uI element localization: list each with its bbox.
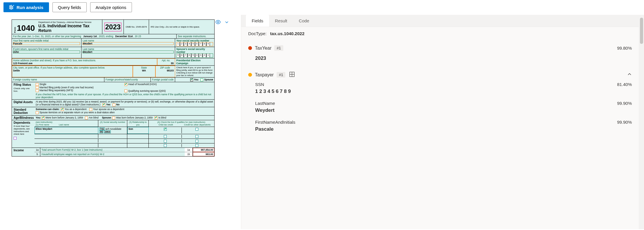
form-number: 1040 (17, 24, 35, 33)
filing-status-label: Filing Status (14, 83, 33, 86)
city-value: Settle (13, 69, 131, 72)
irs-use-note: IRS Use Only—Do not write or staple in t… (149, 20, 214, 34)
field-taxyear[interactable]: TaxYear #1 99.80% 2023 (241, 40, 639, 67)
subfield-firstname: FirstNameAndInitials99.90% Pascale (248, 118, 632, 137)
subfield-value: Weydert (255, 106, 632, 117)
svg-point-3 (217, 21, 219, 23)
income-1a-value: 987,654.00 (193, 148, 214, 152)
field-name: TaxYear (255, 46, 271, 51)
eye-icon[interactable] (215, 19, 221, 26)
chevron-down-icon[interactable] (224, 19, 229, 26)
doctype-row: DocType: tax.us.1040.2022 (241, 27, 639, 40)
main-area: Form1040 Department of the Treasury—Inte… (0, 15, 644, 229)
zip-value: 98103 (157, 69, 174, 72)
last-name-value: Weydert (83, 42, 174, 45)
badge: #1 (277, 72, 285, 78)
analyze-options-button[interactable]: Analyze options (90, 2, 132, 12)
analysis-icon (9, 5, 14, 10)
tax-year: 2023 (102, 20, 124, 34)
income-1b-value: 963.00 (193, 152, 214, 156)
dot-icon (248, 73, 252, 77)
ssn-boxes: 123456789 (176, 42, 213, 46)
confidence: 99.80% (617, 46, 632, 51)
query-fields-button[interactable]: Query fields (52, 2, 87, 12)
digital-assets-label: Digital Assets (12, 100, 35, 107)
tab-fields[interactable]: Fields (246, 15, 269, 27)
spouse-last-value: Weydert (83, 51, 174, 53)
first-name-value: Pascale (13, 42, 80, 45)
spouse-ssn-boxes: 987654321 (176, 53, 213, 58)
apt-value: 55 (158, 62, 174, 65)
dept-text: Department of the Treasury—Internal Reve… (38, 21, 100, 24)
dependents-label: Dependents (14, 121, 30, 124)
scroll-thumb[interactable] (640, 18, 643, 44)
form-title: U.S. Individual Income Tax Return (38, 24, 100, 33)
subfield-value: Pascale (255, 125, 632, 136)
run-analysis-label: Run analysis (17, 5, 43, 10)
grid-icon[interactable] (289, 72, 295, 78)
spouse-first-value: John (13, 51, 80, 53)
toolbar: Run analysis Query fields Analyze option… (0, 0, 644, 15)
state-value: WA (134, 69, 154, 72)
subfield-value: 1 2 3 4 5 6 7 8 9 (255, 87, 632, 98)
badge: #1 (274, 45, 283, 51)
income-label: Income (12, 148, 35, 156)
home-address-value: 123 Fremont ave (13, 62, 156, 65)
svg-rect-1 (11, 5, 12, 9)
field-name: Taxpayer (255, 72, 274, 78)
age-blindness-label: Age/Blindness (12, 116, 35, 120)
results-panel: Fields Result Code DocType: tax.us.1040.… (241, 15, 644, 229)
svg-rect-0 (10, 6, 10, 9)
dependent-name: Elton Weydert (35, 127, 98, 134)
dependent-rel: Son (127, 127, 149, 134)
run-analysis-button[interactable]: Run analysis (3, 2, 49, 12)
doc-actions (215, 19, 229, 26)
tab-code[interactable]: Code (293, 15, 315, 27)
scrollbar[interactable] (639, 15, 644, 229)
tabs: Fields Result Code (241, 15, 639, 27)
field-value: 2023 (248, 54, 632, 64)
doctype-value: tax.us.1040.2022 (270, 31, 304, 36)
subfield-lastname: LastName99.90% Weydert (248, 100, 632, 118)
subfield-ssn: SSN81.40% 1 2 3 4 5 6 7 8 9 (248, 81, 632, 100)
form-label: Form (14, 27, 16, 33)
tab-result[interactable]: Result (269, 15, 293, 27)
chevron-up-icon[interactable] (627, 72, 632, 78)
form-1040: Form1040 Department of the Treasury—Inte… (12, 19, 215, 157)
omb-number: OMB No. 1545-0074 (124, 20, 149, 34)
doctype-label: DocType: (248, 31, 266, 36)
dot-icon (248, 46, 252, 50)
field-taxpayer[interactable]: Taxpayer #1 SSN81.40% 1 2 3 4 5 6 7 8 9 … (241, 67, 639, 140)
document-panel: Form1040 Department of the Treasury—Inte… (0, 15, 241, 229)
std-deduction-label: Standard Deduction (12, 107, 35, 115)
svg-rect-2 (12, 6, 13, 9)
